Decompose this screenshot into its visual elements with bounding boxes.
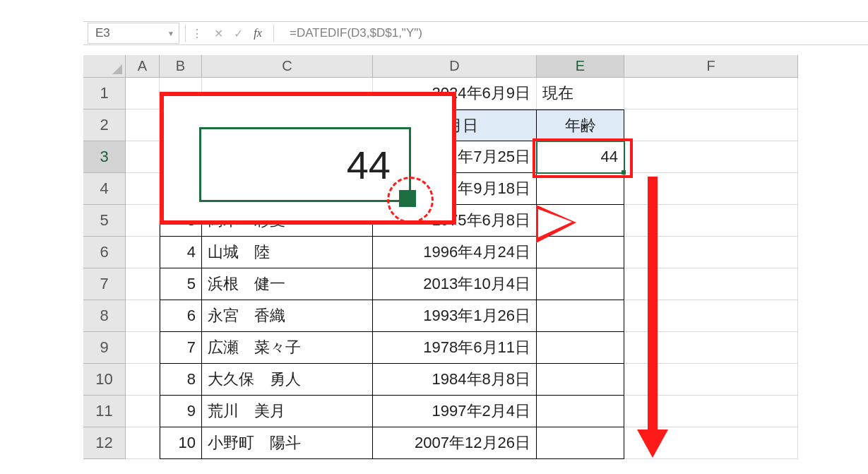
cell-value: 小野町 陽斗 [208, 432, 301, 454]
cell[interactable] [126, 427, 160, 459]
cell[interactable] [624, 78, 798, 109]
cell[interactable]: 10 [160, 427, 202, 459]
cell[interactable] [537, 300, 624, 332]
row-header[interactable]: 1 [83, 78, 126, 109]
enter-button[interactable]: ✓ [228, 22, 248, 45]
row-header[interactable]: 9 [83, 332, 126, 364]
callout-inset: 44 [160, 92, 456, 225]
row-header[interactable]: 6 [83, 237, 126, 268]
cell[interactable]: 1996年4月24日 [373, 237, 537, 268]
cell[interactable] [537, 268, 624, 300]
cancel-button[interactable]: ✕ [208, 22, 228, 45]
cell[interactable]: 9 [160, 396, 202, 427]
row-header[interactable]: 3 [83, 141, 126, 173]
cell-value: 山城 陸 [208, 242, 270, 263]
formula-input[interactable]: =DATEDIF(D3,$D$1,"Y") [280, 26, 868, 40]
insert-function-button[interactable]: fx [248, 22, 268, 45]
cell[interactable]: 1993年1月26日 [373, 300, 537, 332]
cell[interactable] [537, 427, 624, 459]
cell-value: 年9月18日 [458, 178, 530, 199]
name-box-value: E3 [95, 26, 110, 40]
grid-row: 5 浜根 健一 2013年10月4日 [126, 268, 798, 300]
cell[interactable] [126, 268, 160, 300]
cell-value: 10 [179, 434, 196, 452]
cell[interactable] [537, 332, 624, 364]
cell[interactable]: 7 [160, 332, 202, 364]
col-header-F[interactable]: F [624, 55, 798, 78]
row-header[interactable]: 5 [83, 205, 126, 237]
cell[interactable] [126, 332, 160, 364]
callout-value: 44 [347, 142, 391, 188]
cell-value: 4 [187, 243, 196, 261]
row-header[interactable]: 4 [83, 173, 126, 205]
cell-value: 大久保 勇人 [208, 369, 301, 390]
cell[interactable]: 1978年6月11日 [373, 332, 537, 364]
worksheet: A B C D E F 1 2 3 4 5 6 7 8 9 10 11 12 [83, 55, 868, 474]
cell[interactable]: 4 [160, 237, 202, 268]
row-header[interactable]: 10 [83, 364, 126, 396]
cell[interactable]: 浜根 健一 [202, 268, 373, 300]
cell[interactable]: 2013年10月4日 [373, 268, 537, 300]
cell[interactable] [126, 173, 160, 205]
cell[interactable]: 1984年8月8日 [373, 364, 537, 396]
grid-row: 9 荒川 美月 1997年2月4日 [126, 396, 798, 427]
cell-value: 浜根 健一 [208, 273, 285, 295]
cell[interactable]: 広瀬 菜々子 [202, 332, 373, 364]
cell[interactable] [624, 141, 798, 173]
arrow-head-down-icon [637, 429, 668, 458]
cell[interactable] [126, 364, 160, 396]
cell[interactable]: 永宮 香織 [202, 300, 373, 332]
row-header[interactable]: 7 [83, 268, 126, 300]
row-header[interactable]: 12 [83, 427, 126, 459]
cell[interactable]: 8 [160, 364, 202, 396]
cell[interactable] [126, 78, 160, 109]
col-header-E[interactable]: E [537, 55, 624, 78]
dashed-circle-annotation [387, 177, 434, 223]
cell[interactable] [537, 173, 624, 205]
cell[interactable]: 6 [160, 300, 202, 332]
row-header[interactable]: 8 [83, 300, 126, 332]
col-header-C[interactable]: C [202, 55, 373, 78]
cell[interactable]: 小野町 陽斗 [202, 427, 373, 459]
col-header-D[interactable]: D [373, 55, 537, 78]
cell-value: 1996年4月24日 [423, 242, 530, 263]
cell-value: 広瀬 菜々子 [208, 337, 301, 358]
cell[interactable] [126, 237, 160, 268]
cell-value: 年7月25日 [458, 146, 530, 167]
chevron-down-icon: ▼ [167, 30, 174, 37]
formula-bar: E3 ▼ ⋮ ✕ ✓ fx =DATEDIF(D3,$D$1,"Y") [83, 21, 868, 45]
row-header[interactable]: 2 [83, 109, 126, 141]
row-header[interactable]: 11 [83, 396, 126, 427]
cell[interactable]: 5 [160, 268, 202, 300]
cell[interactable] [126, 141, 160, 173]
cell[interactable] [126, 396, 160, 427]
name-box[interactable]: E3 ▼ [88, 23, 179, 44]
close-icon: ✕ [214, 27, 223, 40]
dots-icon: ⋮ [191, 27, 203, 40]
select-all-corner[interactable] [83, 55, 126, 78]
cell[interactable] [537, 364, 624, 396]
arrow-shaft [648, 177, 658, 431]
cell[interactable]: 山城 陸 [202, 237, 373, 268]
cell[interactable]: 大久保 勇人 [202, 364, 373, 396]
col-header-A[interactable]: A [126, 55, 160, 78]
cell[interactable] [126, 205, 160, 237]
cell[interactable] [126, 109, 160, 141]
divider [185, 25, 186, 42]
cell[interactable]: 1997年2月4日 [373, 396, 537, 427]
col-header-B[interactable]: B [160, 55, 202, 78]
callout-active-cell: 44 [199, 127, 411, 202]
cell[interactable]: 現在 [537, 78, 624, 109]
cell[interactable] [126, 300, 160, 332]
divider [273, 25, 274, 42]
cell-E3[interactable]: 44 [537, 141, 624, 173]
cell-value: 2013年10月4日 [423, 273, 530, 295]
cell-value: 44 [601, 148, 618, 166]
cell[interactable]: 年齢 [537, 109, 624, 141]
cell[interactable] [537, 396, 624, 427]
cell-value: 荒川 美月 [208, 401, 285, 422]
cell[interactable] [624, 109, 798, 141]
cell[interactable]: 2007年12月26日 [373, 427, 537, 459]
check-icon: ✓ [234, 27, 243, 40]
cell[interactable]: 荒川 美月 [202, 396, 373, 427]
